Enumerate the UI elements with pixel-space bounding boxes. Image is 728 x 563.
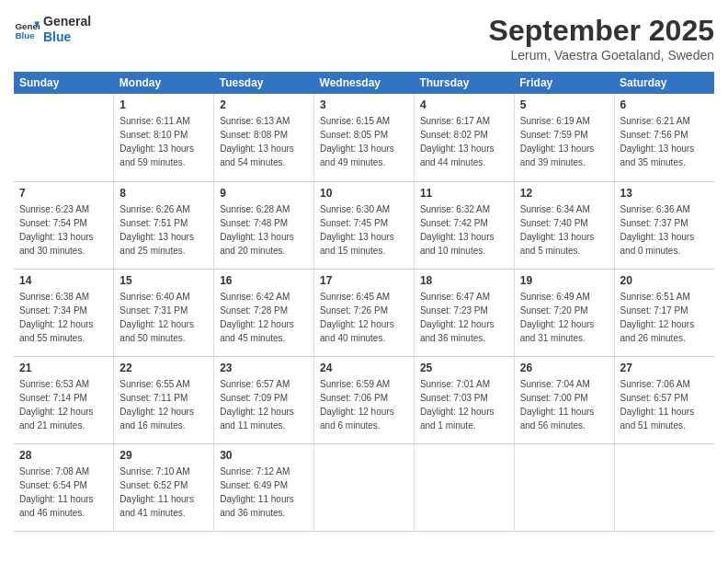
day-detail: Sunrise: 6:15 AM Sunset: 8:05 PM Dayligh… [320, 114, 408, 169]
day-number: 28 [19, 449, 108, 462]
day-of-week-sunday: Sunday [14, 72, 114, 94]
day-number: 1 [119, 98, 208, 111]
calendar-cell: 15Sunrise: 6:40 AM Sunset: 7:31 PM Dayli… [114, 269, 214, 356]
day-detail: Sunrise: 6:49 AM Sunset: 7:20 PM Dayligh… [520, 290, 609, 345]
day-number: 14 [19, 274, 108, 287]
calendar-cell: 26Sunrise: 7:04 AM Sunset: 7:00 PM Dayli… [514, 356, 614, 443]
title-block: September 2025 Lerum, Vaestra Goetaland,… [489, 14, 714, 63]
day-number: 19 [520, 274, 609, 287]
day-detail: Sunrise: 6:59 AM Sunset: 7:06 PM Dayligh… [320, 377, 408, 432]
calendar-cell: 1Sunrise: 6:11 AM Sunset: 8:10 PM Daylig… [114, 94, 214, 181]
day-number: 21 [19, 362, 108, 374]
day-detail: Sunrise: 6:55 AM Sunset: 7:11 PM Dayligh… [119, 377, 208, 432]
day-of-week-friday: Friday [514, 72, 614, 94]
day-detail: Sunrise: 6:32 AM Sunset: 7:42 PM Dayligh… [420, 202, 508, 258]
day-number: 29 [119, 449, 208, 462]
calendar-table: SundayMondayTuesdayWednesdayThursdayFrid… [14, 72, 714, 532]
day-detail: Sunrise: 6:36 AM Sunset: 7:37 PM Dayligh… [620, 202, 709, 258]
day-detail: Sunrise: 6:51 AM Sunset: 7:17 PM Dayligh… [620, 290, 709, 345]
day-detail: Sunrise: 6:34 AM Sunset: 7:40 PM Dayligh… [520, 202, 609, 258]
calendar-cell: 28Sunrise: 7:08 AM Sunset: 6:54 PM Dayli… [14, 443, 114, 531]
logo-line1: General [43, 14, 91, 29]
calendar-cell: 11Sunrise: 6:32 AM Sunset: 7:42 PM Dayli… [414, 181, 514, 269]
calendar-cell: 4Sunrise: 6:17 AM Sunset: 8:02 PM Daylig… [414, 94, 514, 181]
week-row-1: 1Sunrise: 6:11 AM Sunset: 8:10 PM Daylig… [14, 94, 714, 181]
day-of-week-monday: Monday [114, 72, 214, 94]
calendar-cell [514, 443, 614, 531]
day-number: 7 [19, 187, 108, 200]
calendar-cell: 24Sunrise: 6:59 AM Sunset: 7:06 PM Dayli… [314, 356, 415, 443]
day-of-week-saturday: Saturday [614, 72, 714, 94]
day-detail: Sunrise: 7:04 AM Sunset: 7:00 PM Dayligh… [520, 377, 609, 432]
day-number: 15 [119, 274, 208, 287]
calendar-cell: 30Sunrise: 7:12 AM Sunset: 6:49 PM Dayli… [214, 443, 314, 531]
calendar-cell [414, 443, 514, 531]
day-detail: Sunrise: 6:45 AM Sunset: 7:26 PM Dayligh… [320, 290, 408, 345]
calendar-cell: 7Sunrise: 6:23 AM Sunset: 7:54 PM Daylig… [14, 181, 114, 269]
week-row-3: 14Sunrise: 6:38 AM Sunset: 7:34 PM Dayli… [14, 269, 714, 356]
day-number: 16 [220, 274, 308, 287]
week-row-2: 7Sunrise: 6:23 AM Sunset: 7:54 PM Daylig… [14, 181, 714, 269]
day-number: 2 [220, 98, 308, 111]
calendar-cell [314, 443, 415, 531]
calendar-cell: 8Sunrise: 6:26 AM Sunset: 7:51 PM Daylig… [114, 181, 214, 269]
day-number: 17 [320, 274, 408, 287]
day-number: 18 [420, 274, 508, 287]
calendar-cell: 20Sunrise: 6:51 AM Sunset: 7:17 PM Dayli… [614, 269, 714, 356]
calendar-cell: 25Sunrise: 7:01 AM Sunset: 7:03 PM Dayli… [414, 356, 514, 443]
day-number: 20 [620, 274, 709, 287]
day-detail: Sunrise: 6:38 AM Sunset: 7:34 PM Dayligh… [19, 290, 108, 345]
day-of-week-tuesday: Tuesday [214, 72, 314, 94]
calendar-cell: 23Sunrise: 6:57 AM Sunset: 7:09 PM Dayli… [214, 356, 314, 443]
calendar-cell: 5Sunrise: 6:19 AM Sunset: 7:59 PM Daylig… [514, 94, 614, 181]
calendar-cell: 22Sunrise: 6:55 AM Sunset: 7:11 PM Dayli… [114, 356, 214, 443]
day-detail: Sunrise: 6:13 AM Sunset: 8:08 PM Dayligh… [220, 114, 308, 169]
day-detail: Sunrise: 6:47 AM Sunset: 7:23 PM Dayligh… [420, 290, 508, 345]
calendar-cell: 6Sunrise: 6:21 AM Sunset: 7:56 PM Daylig… [614, 94, 714, 181]
svg-text:Blue: Blue [15, 30, 35, 40]
calendar-cell: 21Sunrise: 6:53 AM Sunset: 7:14 PM Dayli… [14, 356, 114, 443]
page-header: General Blue General Blue September 2025… [14, 14, 714, 63]
day-detail: Sunrise: 6:21 AM Sunset: 7:56 PM Dayligh… [620, 114, 709, 169]
week-row-5: 28Sunrise: 7:08 AM Sunset: 6:54 PM Dayli… [14, 443, 714, 531]
calendar-cell: 3Sunrise: 6:15 AM Sunset: 8:05 PM Daylig… [314, 94, 415, 181]
calendar-cell: 17Sunrise: 6:45 AM Sunset: 7:26 PM Dayli… [314, 269, 415, 356]
day-number: 10 [320, 187, 408, 200]
day-detail: Sunrise: 6:30 AM Sunset: 7:45 PM Dayligh… [320, 202, 408, 258]
day-detail: Sunrise: 6:42 AM Sunset: 7:28 PM Dayligh… [220, 290, 308, 345]
month-title: September 2025 [489, 14, 714, 48]
day-number: 25 [420, 362, 508, 374]
day-number: 30 [220, 449, 308, 462]
day-number: 11 [420, 187, 508, 200]
calendar-cell: 19Sunrise: 6:49 AM Sunset: 7:20 PM Dayli… [514, 269, 614, 356]
week-row-4: 21Sunrise: 6:53 AM Sunset: 7:14 PM Dayli… [14, 356, 714, 443]
calendar-cell [614, 443, 714, 531]
day-number: 27 [620, 362, 709, 374]
day-detail: Sunrise: 6:53 AM Sunset: 7:14 PM Dayligh… [19, 377, 108, 432]
day-number: 8 [119, 187, 208, 200]
day-detail: Sunrise: 6:19 AM Sunset: 7:59 PM Dayligh… [520, 114, 609, 169]
day-number: 3 [320, 98, 408, 111]
location: Lerum, Vaestra Goetaland, Sweden [489, 48, 714, 63]
calendar-cell: 27Sunrise: 7:06 AM Sunset: 6:57 PM Dayli… [614, 356, 714, 443]
day-detail: Sunrise: 6:26 AM Sunset: 7:51 PM Dayligh… [119, 202, 208, 258]
calendar-cell: 14Sunrise: 6:38 AM Sunset: 7:34 PM Dayli… [14, 269, 114, 356]
calendar-cell: 9Sunrise: 6:28 AM Sunset: 7:48 PM Daylig… [214, 181, 314, 269]
calendar-cell: 16Sunrise: 6:42 AM Sunset: 7:28 PM Dayli… [214, 269, 314, 356]
day-detail: Sunrise: 7:08 AM Sunset: 6:54 PM Dayligh… [19, 465, 108, 520]
calendar-cell: 12Sunrise: 6:34 AM Sunset: 7:40 PM Dayli… [514, 181, 614, 269]
day-detail: Sunrise: 6:11 AM Sunset: 8:10 PM Dayligh… [119, 114, 208, 169]
day-of-week-wednesday: Wednesday [314, 72, 415, 94]
day-detail: Sunrise: 7:06 AM Sunset: 6:57 PM Dayligh… [620, 377, 709, 432]
day-number: 9 [220, 187, 308, 200]
calendar-cell: 18Sunrise: 6:47 AM Sunset: 7:23 PM Dayli… [414, 269, 514, 356]
day-detail: Sunrise: 6:17 AM Sunset: 8:02 PM Dayligh… [420, 114, 508, 169]
calendar-cell: 2Sunrise: 6:13 AM Sunset: 8:08 PM Daylig… [214, 94, 314, 181]
calendar-cell: 29Sunrise: 7:10 AM Sunset: 6:52 PM Dayli… [114, 443, 214, 531]
day-of-week-thursday: Thursday [414, 72, 514, 94]
day-detail: Sunrise: 7:12 AM Sunset: 6:49 PM Dayligh… [220, 465, 308, 520]
calendar-cell [14, 94, 114, 181]
day-number: 12 [520, 187, 609, 200]
day-detail: Sunrise: 6:23 AM Sunset: 7:54 PM Dayligh… [19, 202, 108, 258]
calendar-header-row: SundayMondayTuesdayWednesdayThursdayFrid… [14, 72, 714, 94]
